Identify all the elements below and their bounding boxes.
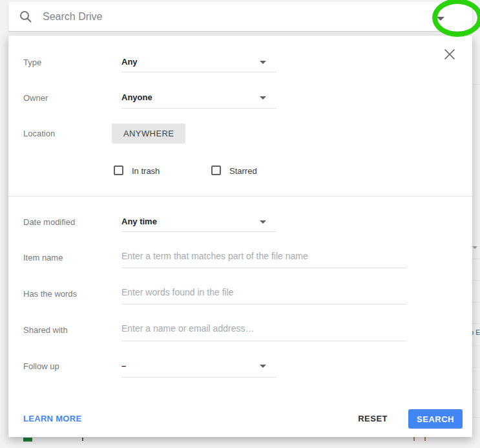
- has-words-label: Has the words: [23, 289, 77, 299]
- chevron-down-icon: [472, 246, 477, 249]
- type-select[interactable]: Any: [121, 57, 138, 67]
- owner-label: Owner: [23, 93, 48, 103]
- learn-more-link[interactable]: LEARN MORE: [23, 414, 81, 423]
- close-icon[interactable]: [444, 48, 458, 63]
- follow-up-label: Follow up: [23, 361, 59, 371]
- in-trash-checkbox[interactable]: [114, 165, 123, 175]
- drive-search-bar[interactable]: [8, 2, 472, 31]
- item-name-underline: [121, 268, 407, 268]
- background-row-divider: [471, 367, 480, 368]
- background-row-divider: [471, 280, 480, 281]
- background-row-divider: [471, 345, 480, 346]
- date-modified-select[interactable]: Any time: [121, 217, 157, 226]
- search-input[interactable]: [43, 11, 472, 23]
- background-sheet-icon: [23, 438, 32, 442]
- follow-up-caret-icon[interactable]: [260, 365, 266, 368]
- date-modified-label: Date modified: [23, 217, 75, 227]
- type-underline: [121, 72, 277, 72]
- follow-up-select[interactable]: –: [121, 361, 126, 370]
- owner-caret-icon[interactable]: [260, 96, 266, 100]
- search-icon: [19, 10, 32, 23]
- background-artifact: [413, 437, 415, 441]
- search-options-caret-icon[interactable]: [437, 17, 444, 21]
- item-name-label: Item name: [23, 253, 63, 262]
- shared-with-input[interactable]: [121, 322, 407, 335]
- follow-up-underline: [121, 377, 277, 378]
- shared-with-underline: [121, 341, 407, 341]
- section-divider: [8, 196, 472, 197]
- background-artifact: [82, 438, 83, 441]
- reset-button[interactable]: RESET: [358, 410, 388, 427]
- owner-underline: [121, 108, 277, 109]
- background-row-divider: [471, 84, 480, 85]
- type-caret-icon[interactable]: [260, 61, 266, 64]
- date-modified-caret-icon[interactable]: [260, 220, 266, 224]
- shared-with-label: Shared with: [23, 325, 68, 335]
- has-words-underline: [121, 304, 407, 304]
- location-anywhere-button[interactable]: ANYWHERE: [112, 123, 185, 144]
- advanced-search-panel: Type Any Owner Anyone Location ANYWHERE …: [8, 36, 472, 437]
- background-row-divider: [471, 323, 480, 324]
- item-name-input[interactable]: [121, 250, 407, 262]
- starred-label: Starred: [229, 166, 257, 176]
- starred-checkbox[interactable]: [211, 165, 221, 175]
- has-words-input[interactable]: [121, 286, 407, 299]
- location-label: Location: [23, 129, 55, 138]
- date-modified-underline: [121, 231, 277, 232]
- background-artifact: [424, 437, 426, 441]
- background-row-divider: [471, 417, 480, 418]
- type-label: Type: [23, 58, 41, 67]
- background-row-divider: [471, 302, 480, 303]
- background-row-divider: [471, 389, 480, 390]
- in-trash-label: In trash: [132, 166, 160, 176]
- owner-select[interactable]: Anyone: [121, 92, 152, 102]
- background-row-divider: [471, 259, 480, 259]
- search-button[interactable]: SEARCH: [408, 409, 463, 429]
